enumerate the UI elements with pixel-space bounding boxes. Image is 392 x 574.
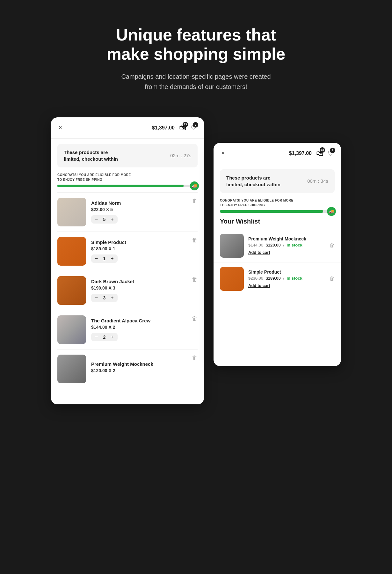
wishlist-icon-wrapper-left[interactable]: ♡ 2: [191, 124, 196, 132]
qty-value-3: 2: [102, 335, 107, 340]
product-item-4: Premium Weight Mockneck $120.00 X 2 🗑: [57, 349, 198, 388]
product-info-2: Dark Brown Jacket $190.00 X 3 − 3 +: [91, 279, 198, 302]
cards-container: × $1,397.00 🛍 13 ♡ 2 These products are …: [13, 117, 379, 404]
product-name-1: Simple Product: [91, 239, 198, 245]
progress-bar-left: 🚚: [57, 185, 198, 187]
wishlist-delete-0[interactable]: 🗑: [330, 243, 335, 248]
product-price-3: $144.00 X 2: [91, 325, 198, 330]
product-image-2: [57, 276, 86, 305]
qty-control-2: − 3 +: [91, 294, 118, 302]
header-right-right: $1,397.00 🛍 13 ♡ 2: [289, 149, 333, 158]
product-list-left: Adidas Norm $22.00 X 5 − 5 + 🗑: [51, 192, 204, 388]
product-image-4: [57, 355, 86, 383]
product-info-0: Adidas Norm $22.00 X 5 − 5 +: [91, 200, 198, 224]
timer-countdown-left: 02m : 27s: [170, 153, 191, 158]
wishlist-icon-wrapper-right[interactable]: ♡ 2: [328, 150, 333, 157]
shipping-text-right: CONGRATS! YOU ARE ELIGIBLE FOR MORE TO E…: [220, 198, 335, 208]
wishlist-image-0: [220, 234, 244, 258]
timer-text-right: These products are limited, checkout wit…: [226, 174, 280, 188]
timer-text-left: These products are limited, checkout wit…: [64, 149, 118, 162]
qty-plus-0[interactable]: +: [111, 217, 113, 222]
delivery-icon-right: 🚚: [327, 207, 336, 216]
page-header: Unique features thatmake shopping simple…: [107, 26, 286, 92]
product-info-4: Premium Weight Mockneck $120.00 X 2: [91, 361, 198, 376]
cart-panel-left: × $1,397.00 🛍 13 ♡ 2 These products are …: [51, 117, 204, 404]
cart-badge-right: 13: [320, 147, 325, 153]
wishlist-title: Your Wishlist: [214, 213, 341, 229]
wishlist-info-0: Premium Weight Mockneck $144.00 $120.00 …: [248, 236, 325, 255]
progress-bar-right: 🚚: [220, 210, 335, 213]
delete-button-0[interactable]: 🗑: [192, 198, 198, 204]
qty-value-1: 1: [102, 256, 107, 261]
product-image-1: [57, 237, 86, 266]
qty-minus-1[interactable]: −: [95, 256, 98, 261]
cart-header-left: × $1,397.00 🛍 13 ♡ 2: [51, 117, 204, 139]
product-price-1: $189.00 X 1: [91, 246, 198, 251]
close-button-right[interactable]: ×: [221, 150, 225, 157]
shipping-text-left: CONGRATS! YOU ARE ELIGIBLE FOR MORE TO E…: [57, 173, 198, 182]
product-name-2: Dark Brown Jacket: [91, 279, 198, 284]
delete-button-3[interactable]: 🗑: [192, 315, 198, 322]
product-info-1: Simple Product $189.00 X 1 − 1 +: [91, 239, 198, 263]
cart-panel-right: × $1,397.00 🛍 13 ♡ 2 These products are …: [214, 143, 341, 366]
product-price-0: $22.00 X 5: [91, 207, 198, 212]
qty-minus-3[interactable]: −: [95, 335, 98, 340]
timer-countdown-right: 00m : 34s: [307, 178, 328, 184]
product-image-3: [57, 315, 86, 344]
qty-control-3: − 2 +: [91, 333, 118, 341]
wishlist-image-1: [220, 267, 244, 291]
qty-plus-3[interactable]: +: [111, 335, 113, 340]
wishlist-prices-1: $230.00 $189.00 / In stock: [248, 276, 325, 281]
product-item-3: The Gradient Alpaca Crew $144.00 X 2 − 2…: [57, 310, 198, 349]
cart-badge-left: 13: [183, 122, 188, 127]
cart-total-right: $1,397.00: [289, 151, 312, 156]
qty-control-1: − 1 +: [91, 254, 118, 263]
product-name-0: Adidas Norm: [91, 200, 198, 206]
product-name-4: Premium Weight Mockneck: [91, 361, 198, 367]
product-item-2: Dark Brown Jacket $190.00 X 3 − 3 + 🗑: [57, 271, 198, 310]
wishlist-name-1: Simple Product: [248, 269, 325, 275]
qty-control-0: − 5 +: [91, 215, 118, 224]
header-right-left: $1,397.00 🛍 13 ♡ 2: [152, 124, 196, 132]
product-info-3: The Gradient Alpaca Crew $144.00 X 2 − 2…: [91, 318, 198, 341]
wishlist-info-1: Simple Product $230.00 $189.00 / In stoc…: [248, 269, 325, 288]
progress-fill-right: [220, 210, 323, 213]
wishlist-badge-right: 2: [330, 148, 335, 153]
product-item-0: Adidas Norm $22.00 X 5 − 5 + 🗑: [57, 192, 198, 232]
shipping-section-left: CONGRATS! YOU ARE ELIGIBLE FOR MORE TO E…: [51, 173, 204, 187]
cart-icon-wrapper-left[interactable]: 🛍 13: [179, 124, 186, 132]
wishlist-badge-left: 2: [193, 122, 198, 128]
progress-fill-left: [57, 185, 184, 187]
qty-plus-2[interactable]: +: [111, 295, 113, 300]
close-button-left[interactable]: ×: [59, 124, 62, 131]
add-to-cart-1[interactable]: Add to cart: [248, 283, 270, 288]
delete-button-1[interactable]: 🗑: [192, 237, 198, 244]
timer-banner-right: These products are limited, checkout wit…: [220, 169, 335, 193]
cart-total-left: $1,397.00: [152, 125, 175, 131]
product-price-4: $120.00 X 2: [91, 368, 198, 373]
wishlist-delete-1[interactable]: 🗑: [330, 276, 335, 282]
qty-value-2: 3: [102, 295, 107, 300]
product-name-3: The Gradient Alpaca Crew: [91, 318, 198, 323]
qty-minus-0[interactable]: −: [95, 217, 98, 222]
timer-banner-left: These products are limited, checkout wit…: [57, 144, 198, 167]
product-price-2: $190.00 X 3: [91, 285, 198, 291]
shipping-section-right: CONGRATS! YOU ARE ELIGIBLE FOR MORE TO E…: [214, 198, 341, 213]
product-image-0: [57, 198, 86, 226]
wishlist-item-1: Simple Product $230.00 $189.00 / In stoc…: [214, 262, 341, 295]
wishlist-name-0: Premium Weight Mockneck: [248, 236, 325, 241]
delete-button-2[interactable]: 🗑: [192, 276, 198, 283]
page-subtitle: Campaigns and location-specific pages we…: [107, 71, 286, 92]
delete-button-4[interactable]: 🗑: [192, 355, 198, 361]
delivery-icon-left: 🚚: [190, 181, 199, 190]
wishlist-prices-0: $144.00 $120.00 / In stock: [248, 243, 325, 247]
cart-icon-wrapper-right[interactable]: 🛍 13: [316, 149, 323, 158]
qty-value-0: 5: [102, 217, 107, 222]
qty-plus-1[interactable]: +: [111, 256, 113, 261]
add-to-cart-0[interactable]: Add to cart: [248, 250, 270, 255]
qty-minus-2[interactable]: −: [95, 295, 98, 300]
cart-header-right: × $1,397.00 🛍 13 ♡ 2: [214, 143, 341, 164]
product-item-1: Simple Product $189.00 X 1 − 1 + 🗑: [57, 232, 198, 271]
page-title: Unique features thatmake shopping simple: [107, 26, 286, 64]
wishlist-item-0: Premium Weight Mockneck $144.00 $120.00 …: [214, 229, 341, 262]
